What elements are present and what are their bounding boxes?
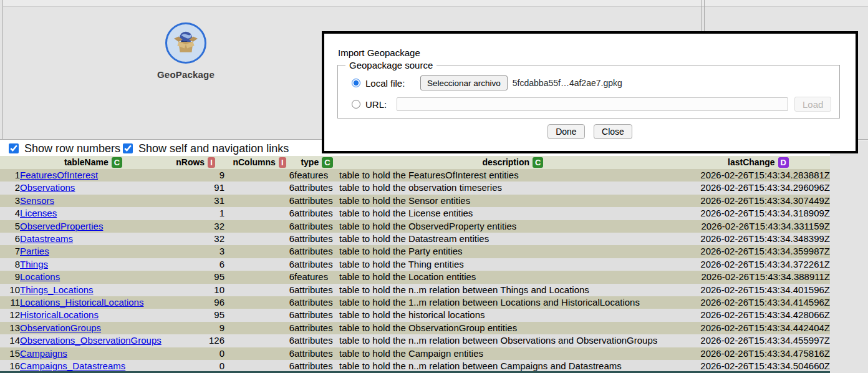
table-name-link[interactable]: Things_Locations bbox=[20, 284, 94, 295]
table-name-cell: Observations_ObservationGroups bbox=[20, 334, 166, 347]
table-name-link[interactable]: Campaigns bbox=[20, 348, 67, 359]
lastchange-cell: 2026-02-26T15:43:34.348399Z bbox=[687, 233, 830, 245]
table-name-cell: HistoricalLocations bbox=[20, 309, 166, 321]
table-name-link[interactable]: Licenses bbox=[20, 208, 57, 218]
type-cell: attributes bbox=[294, 233, 339, 245]
ncolumns-cell: 6 bbox=[224, 258, 294, 271]
nrows-cell: 3 bbox=[166, 245, 224, 258]
nrows-cell: 126 bbox=[166, 334, 224, 347]
column-type-badge: I bbox=[279, 157, 286, 168]
nrows-cell: 6 bbox=[166, 258, 224, 271]
table-name-link[interactable]: ObservedProperties bbox=[20, 221, 103, 231]
nrows-cell: 1 bbox=[166, 207, 224, 220]
ncolumns-cell: 6 bbox=[224, 284, 294, 296]
lastchange-cell: 2026-02-26T15:43:34.372261Z bbox=[687, 258, 830, 271]
geopackage-source-legend: Geopackage source bbox=[345, 60, 436, 70]
ncolumns-cell: 6 bbox=[224, 182, 294, 194]
load-button[interactable]: Load bbox=[794, 97, 831, 112]
table-name-cell: Locations_HistoricalLocations bbox=[20, 296, 166, 309]
lastchange-cell: 2026-02-26T15:43:34.359987Z bbox=[687, 245, 830, 258]
lastchange-cell: 2026-02-26T15:43:34.388911Z bbox=[687, 271, 830, 283]
geopackage-tile[interactable]: GeoPackage bbox=[152, 22, 219, 80]
geopackage-icon bbox=[165, 22, 206, 64]
table-name-link[interactable]: Locations_HistoricalLocations bbox=[20, 297, 143, 308]
right-background bbox=[830, 140, 868, 373]
row-number-cell: 11 bbox=[0, 296, 20, 309]
lastchange-cell: 2026-02-26T15:43:34.428066Z bbox=[687, 309, 830, 321]
geopackage-source-fieldset: Geopackage source Local file: Selecciona… bbox=[337, 60, 840, 119]
column-header-description[interactable]: descriptionC bbox=[339, 156, 687, 169]
url-label[interactable]: URL: bbox=[365, 99, 397, 110]
row-number-cell: 5 bbox=[0, 220, 20, 233]
ncolumns-cell: 6 bbox=[224, 322, 294, 334]
type-cell: attributes bbox=[294, 207, 339, 220]
table-row: 10Things_Locations106attributestable to … bbox=[0, 284, 830, 296]
table-row: 6Datastreams326attributestable to hold t… bbox=[0, 233, 830, 245]
type-cell: attributes bbox=[294, 309, 339, 321]
ncolumns-cell: 6 bbox=[224, 195, 294, 207]
lastchange-cell: 2026-02-26T15:43:34.318909Z bbox=[687, 207, 830, 220]
show-row-numbers-label[interactable]: Show row numbers bbox=[24, 142, 120, 155]
table-name-link[interactable]: HistoricalLocations bbox=[20, 309, 99, 320]
description-cell: table to hold the Sensor entities bbox=[339, 195, 687, 207]
ncolumns-cell: 6 bbox=[224, 245, 294, 258]
done-button[interactable]: Done bbox=[547, 124, 584, 139]
column-type-badge: I bbox=[208, 157, 215, 168]
type-cell: attributes bbox=[294, 195, 339, 207]
description-cell: table to hold the Party entities bbox=[339, 245, 687, 258]
show-row-numbers-checkbox[interactable] bbox=[9, 143, 19, 153]
table-name-cell: Datastreams bbox=[20, 233, 166, 245]
table-name-cell: Licenses bbox=[20, 207, 166, 220]
ncolumns-cell: 6 bbox=[224, 207, 294, 220]
row-number-cell: 9 bbox=[0, 271, 20, 283]
table-name-link[interactable]: Observations bbox=[20, 182, 75, 193]
table-name-link[interactable]: ObservationGroups bbox=[20, 322, 101, 333]
table-name-link[interactable]: FeaturesOfInterest bbox=[20, 170, 98, 180]
description-cell: table to hold the historical locations bbox=[339, 309, 687, 321]
nrows-cell: 95 bbox=[166, 309, 224, 321]
type-cell: features bbox=[294, 271, 339, 283]
close-button[interactable]: Close bbox=[594, 124, 632, 139]
description-cell: table to hold the Campaign entities bbox=[339, 347, 687, 360]
table-name-cell: Parties bbox=[20, 245, 166, 258]
table-row: 15Campaigns06attributestable to hold the… bbox=[0, 347, 830, 360]
description-cell: table to hold the observation timeseries bbox=[339, 182, 687, 194]
column-header-nColumns[interactable]: nColumnsI bbox=[224, 156, 294, 169]
table-name-cell: Observations bbox=[20, 182, 166, 194]
table-name-link[interactable]: Sensors bbox=[20, 195, 54, 206]
table-name-link[interactable]: Datastreams bbox=[20, 233, 73, 244]
table-name-link[interactable]: Campaigns_Datastreams bbox=[20, 361, 125, 371]
column-header-tableName[interactable]: tableNameC bbox=[20, 156, 166, 169]
row-number-cell: 12 bbox=[0, 309, 20, 321]
url-radio[interactable] bbox=[352, 100, 360, 109]
table-name-link[interactable]: Things bbox=[20, 259, 48, 269]
table-name-link[interactable]: Locations bbox=[20, 271, 60, 282]
table-name-link[interactable]: Parties bbox=[20, 246, 49, 256]
table-row: 3Sensors316attributestable to hold the S… bbox=[0, 195, 830, 207]
column-header-nRows[interactable]: nRowsI bbox=[166, 156, 224, 169]
type-cell: attributes bbox=[294, 284, 339, 296]
table-name-cell: Sensors bbox=[20, 195, 166, 207]
table-row: 12HistoricalLocations956attributestable … bbox=[0, 309, 830, 321]
url-input[interactable] bbox=[397, 97, 788, 111]
local-file-radio[interactable] bbox=[352, 79, 360, 87]
table-row: 14Observations_ObservationGroups1266attr… bbox=[0, 334, 830, 347]
lastchange-cell: 2026-02-26T15:43:34.401596Z bbox=[687, 284, 830, 296]
column-header-lastChange[interactable]: lastChangeD bbox=[687, 156, 830, 169]
lastchange-cell: 2026-02-26T15:43:34.475816Z bbox=[687, 347, 830, 360]
choose-file-button[interactable]: Seleccionar archivo bbox=[420, 75, 508, 90]
table-name-link[interactable]: Observations_ObservationGroups bbox=[20, 335, 162, 346]
row-number-cell: 7 bbox=[0, 245, 20, 258]
ncolumns-cell: 6 bbox=[224, 296, 294, 309]
table-options: Show row numbers Show self and navigatio… bbox=[6, 142, 289, 155]
column-header-type[interactable]: typeC bbox=[294, 156, 339, 169]
table-row: 8Things66attributestable to hold the Thi… bbox=[0, 258, 830, 271]
show-nav-links-checkbox[interactable] bbox=[123, 143, 133, 153]
lastchange-cell: 2026-02-26T15:43:34.296096Z bbox=[687, 182, 830, 194]
local-file-label[interactable]: Local file: bbox=[365, 78, 420, 89]
show-nav-links-label[interactable]: Show self and navigation links bbox=[138, 142, 289, 155]
nrows-cell: 9 bbox=[166, 322, 224, 334]
table-name-cell: Campaigns bbox=[20, 347, 166, 360]
nrows-cell: 31 bbox=[166, 195, 224, 207]
lastchange-cell: 2026-02-26T15:43:34.442404Z bbox=[687, 322, 830, 334]
